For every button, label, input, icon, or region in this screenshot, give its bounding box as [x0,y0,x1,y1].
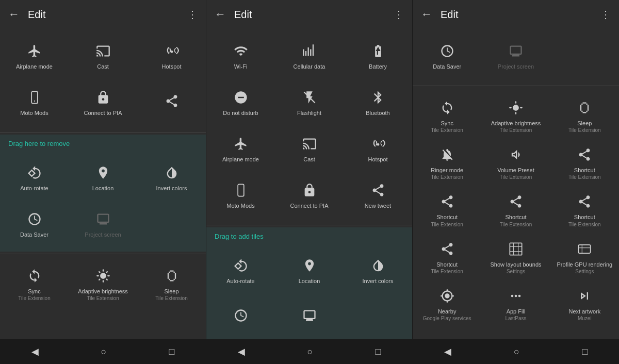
nav-back-3[interactable]: ◀ [434,342,462,361]
tile-flashlight[interactable]: Flashlight [275,79,344,126]
tile-datasaver2[interactable] [206,294,275,339]
tile-adaptivebright[interactable]: Adaptive brightness Tile Extension [69,260,137,307]
tile-shortcut5[interactable]: Shortcut Tile Extension [413,234,481,280]
tile-motomods2[interactable]: Moto Mods [206,172,275,219]
panel-1-header: ← Edit ⋮ [0,0,206,29]
tile-sync3[interactable]: Sync Tile Extension [413,92,481,139]
tile-showlayout[interactable]: Show layout bounds Settings [481,234,550,280]
tile-autorotate2[interactable]: Auto-rotate [206,247,275,294]
tile-sleep3[interactable]: Sleep Tile Extension [550,92,619,139]
nav-back-2[interactable]: ◀ [227,342,255,361]
tile-shortcut4-sublabel: Tile Extension [568,222,600,227]
nav-home-1[interactable]: ○ [91,342,117,361]
tile-invert2[interactable]: Invert colors [344,247,412,294]
tile-sync3-label: Sync [441,120,453,127]
tile-shortcut1[interactable]: Shortcut Tile Extension [550,139,619,186]
datasaver2-icon [232,306,250,325]
tile-location[interactable]: Location [69,155,137,201]
tile-motomods[interactable]: Moto Mods [0,79,69,126]
tile-hotspot-label: Hotspot [162,63,182,70]
tile-hotspot[interactable]: Hotspot [137,33,206,79]
back-button-3[interactable]: ← [421,8,432,21]
connectpia-icon [94,88,112,107]
tile-projectscreen3[interactable]: Project screen [481,33,550,79]
tile-motomods-label: Moto Mods [20,110,48,117]
sync-icon [25,267,44,285]
tile-adaptive3-label: Adaptive brightness [491,120,541,127]
tile-datasaver[interactable]: Data Saver [0,201,69,247]
tile-shortcut5-sublabel: Tile Extension [431,269,463,274]
tile-sleep[interactable]: Sleep Tile Extension [137,260,206,307]
more-button-2[interactable]: ⋮ [394,8,404,21]
tile-adaptive3[interactable]: Adaptive brightness Tile Extension [481,92,550,139]
tile-cast2-label: Cast [303,156,315,163]
tile-airplane2[interactable]: Airplane mode [206,126,275,172]
tile-projectscreen[interactable]: Project screen [69,201,137,247]
tile-connectpia2-label: Connect to PIA [290,203,329,209]
panel-2: ← Edit ⋮ Wi-Fi Cellular data [206,0,413,364]
tile-projectscreen3-label: Project screen [498,63,534,70]
tile-ringer-label: Ringer mode [431,167,463,174]
back-button-1[interactable]: ← [8,8,20,21]
nav-home-3[interactable]: ○ [503,342,530,361]
tile-location2[interactable]: Location [275,247,344,294]
tile-connectpia2[interactable]: Connect to PIA [275,172,344,219]
back-button-2[interactable]: ← [215,8,226,21]
tile-cast[interactable]: Cast [69,33,137,79]
airplane-icon [25,42,44,60]
tile-cellular[interactable]: Cellular data [275,33,344,79]
tile-shortcut4[interactable]: Shortcut Tile Extension [550,186,619,233]
autorotate-icon [25,163,44,182]
drag-add-section: Drag to add tiles Auto-rotate Location [206,227,412,339]
tile-bluetooth[interactable]: Bluetooth [344,79,412,126]
tile-invert[interactable]: Invert colors [137,155,206,201]
drag-add-label: Drag to add tiles [206,227,412,243]
nav-recents-3[interactable]: □ [572,342,598,361]
tile-hotspot2[interactable]: Hotspot [344,126,412,172]
tile-shortcut2[interactable]: Shortcut Tile Extension [413,186,481,233]
shortcut4-icon [575,192,594,211]
location-icon [94,163,112,182]
tile-sync[interactable]: Sync Tile Extension [0,260,69,307]
tile-datasaver3[interactable]: Data Saver [413,33,481,79]
svg-rect-7 [510,243,522,255]
tile-appfill[interactable]: App Fill LastPass [481,280,550,327]
tile-airplane2-label: Airplane mode [222,156,259,163]
tile-volume[interactable]: Volume Preset Tile Extension [481,139,550,186]
tile-airplane[interactable]: Airplane mode [0,33,69,79]
tile-autorotate[interactable]: Auto-rotate [0,155,69,201]
tile-dnd[interactable]: Do not disturb [206,79,275,126]
panel-3-header: ← Edit ⋮ [413,0,619,29]
tile-shortcut3-label: Shortcut [506,214,527,221]
tile-wifi[interactable]: Wi-Fi [206,33,275,79]
tile-projectscreen2[interactable] [275,294,344,339]
nav-home-2[interactable]: ○ [297,342,323,361]
tile-shortcut1-sublabel: Tile Extension [568,174,600,180]
cast-icon [94,42,112,60]
more-button-3[interactable]: ⋮ [600,8,611,21]
tile-profilegpu[interactable]: Profile GPU rendering Settings [550,234,619,280]
tile-connectpia[interactable]: Connect to PIA [69,79,137,126]
tile-newtweet[interactable]: New tweet [344,172,412,219]
nav-recents-2[interactable]: □ [365,342,392,361]
tile-shortcut2-sublabel: Tile Extension [431,222,463,227]
tile-shortcut4-label: Shortcut [574,214,595,221]
tile-cast2[interactable]: Cast [275,126,344,172]
showlayout-icon [507,240,525,258]
tile-nextartwork[interactable]: Next artwork Muzei [550,280,619,327]
share-icon [162,92,181,110]
panel-2-header: ← Edit ⋮ [206,0,412,29]
tile-projectscreen-label: Project screen [85,231,121,238]
tile-battery[interactable]: Battery [344,33,412,79]
tile-shortcut3[interactable]: Shortcut Tile Extension [481,186,550,233]
tile-flashlight-label: Flashlight [297,110,321,117]
more-button-1[interactable]: ⋮ [187,8,198,21]
nav-back-1[interactable]: ◀ [21,342,49,361]
tile-share[interactable] [137,79,206,126]
tile-sync-label: Sync [28,288,40,295]
autorotate2-icon [232,256,250,275]
tile-nearby[interactable]: Nearby Google Play services [413,280,481,327]
tile-ringer[interactable]: Ringer mode Tile Extension [413,139,481,186]
panel-2-title: Edit [234,9,394,21]
nav-recents-1[interactable]: □ [159,342,185,361]
